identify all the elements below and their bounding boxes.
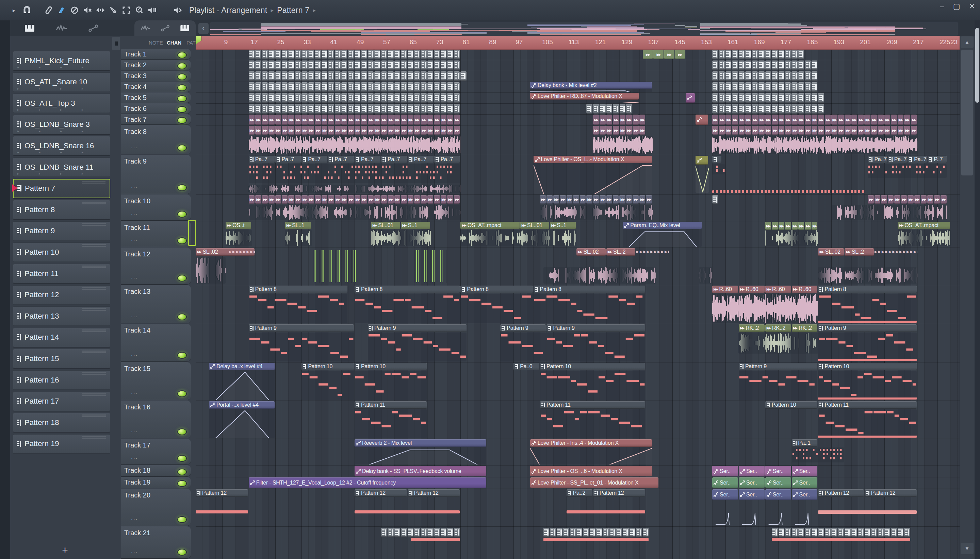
step-cell[interactable] xyxy=(772,93,778,103)
track-activity-led[interactable] xyxy=(177,352,187,359)
track-activity-led[interactable] xyxy=(177,52,187,58)
step-cell[interactable] xyxy=(765,61,771,70)
arrow-cell[interactable]: ▶▶ xyxy=(805,222,811,230)
step-cell[interactable] xyxy=(328,93,334,103)
clip-pattern-11[interactable]: Pattern 11 xyxy=(355,401,427,409)
arrow-cell[interactable]: ▶▶ xyxy=(447,126,453,135)
clip-sl-1[interactable]: ▶▶SL..1 xyxy=(285,222,311,229)
automation-curve-clip[interactable] xyxy=(696,165,709,193)
sidebar-item-os-ldnb-snare-3[interactable]: OS_LDNB_Snare 3▸▸▸▸ xyxy=(13,115,110,134)
arrow-cell[interactable]: ▶▶ xyxy=(851,126,857,135)
step-cell[interactable] xyxy=(739,104,745,114)
arrow-cell[interactable]: ▶▶ xyxy=(851,114,857,125)
pattern-notes-body[interactable] xyxy=(818,332,917,361)
arrow-cell[interactable]: ▶▶ xyxy=(335,126,341,135)
step-cell[interactable] xyxy=(454,71,460,81)
arrow-cell[interactable]: ▶▶ xyxy=(858,126,864,135)
audio-waveform-clip[interactable] xyxy=(699,267,712,284)
audio-waveform-clip[interactable] xyxy=(712,294,818,323)
clip-r-60[interactable]: ▶▶R..60 xyxy=(712,286,738,293)
arrow-cell[interactable]: ▶▶ xyxy=(255,126,261,135)
arrow-cell[interactable]: ▶▶ xyxy=(911,126,917,135)
audio-waveform-clip[interactable] xyxy=(818,267,917,284)
step-cell[interactable] xyxy=(361,82,367,92)
step-cell[interactable] xyxy=(428,528,433,537)
step-cell[interactable] xyxy=(414,104,420,114)
step-cell[interactable] xyxy=(348,93,353,103)
arrow-cell[interactable]: ▶▶ xyxy=(434,195,439,204)
step-cell[interactable] xyxy=(262,71,268,81)
step-cell[interactable] xyxy=(255,104,261,114)
step-cell[interactable] xyxy=(401,93,406,103)
step-cell[interactable] xyxy=(262,61,268,70)
step-cell[interactable] xyxy=(447,93,453,103)
step-cell[interactable] xyxy=(381,61,387,70)
step-cell[interactable] xyxy=(732,61,738,70)
arrow-cell[interactable]: ▶▶ xyxy=(739,114,745,125)
step-cell[interactable] xyxy=(818,528,824,537)
clip-rk-2[interactable]: ▶▶RK..2 xyxy=(739,324,764,332)
step-cell[interactable] xyxy=(805,61,811,70)
step-cell[interactable] xyxy=(269,82,274,92)
step-cell[interactable] xyxy=(623,528,628,537)
sidebar-item-pattern-7[interactable]: Pattern 7 xyxy=(13,179,110,198)
step-cell[interactable] xyxy=(341,104,347,114)
step-cell[interactable] xyxy=(355,71,360,81)
arrow-cell[interactable]: ▶▶ xyxy=(421,114,426,125)
step-cell[interactable] xyxy=(348,50,353,59)
arrow-cell[interactable]: ▶▶ xyxy=(871,114,877,125)
pattern-notes-body[interactable] xyxy=(249,294,347,323)
arrow-cell[interactable]: ▶▶ xyxy=(712,114,718,125)
clip-pattern-9[interactable]: Pattern 9 xyxy=(547,324,645,332)
arrow-cell[interactable]: ▶▶ xyxy=(805,114,811,125)
step-cell[interactable] xyxy=(643,528,648,537)
arrow-cell[interactable]: ▶▶ xyxy=(805,126,811,135)
arrow-cell[interactable]: ▶▶ xyxy=(249,195,255,204)
arrow-cell[interactable]: ▶▶ xyxy=(341,195,347,204)
step-cell[interactable] xyxy=(719,50,725,59)
audio-waveform-clip[interactable] xyxy=(249,205,461,220)
arrow-cell[interactable]: ▶▶ xyxy=(831,114,837,125)
arrow-cell[interactable]: ▶▶ xyxy=(567,195,572,204)
step-cell[interactable] xyxy=(368,61,374,70)
arrow-cell[interactable]: ▶▶ xyxy=(881,195,887,204)
pattern-notes-body[interactable] xyxy=(249,332,354,361)
arrow-cell[interactable]: ▶▶ xyxy=(831,126,837,135)
arrow-cell[interactable]: ▶▶ xyxy=(606,195,612,204)
step-cell[interactable] xyxy=(275,82,281,92)
minimize-button[interactable]: – xyxy=(940,2,944,11)
arrow-cell[interactable]: ▶▶ xyxy=(639,114,645,125)
step-cell[interactable] xyxy=(745,71,751,81)
clip-sl-01[interactable]: ▶▶SL..01 xyxy=(371,222,401,229)
step-cell[interactable] xyxy=(269,104,274,114)
arrow-cell[interactable]: ▶▶ xyxy=(812,126,817,135)
step-cell[interactable] xyxy=(712,61,718,70)
clip-love-philter-os-6-modulation-x[interactable]: Love Philter - OS_..6 - Modulation X xyxy=(530,466,652,476)
track-options-dots[interactable]: ... xyxy=(131,389,138,396)
step-cell[interactable] xyxy=(576,528,582,537)
arrow-cell[interactable]: ▶▶ xyxy=(414,126,420,135)
arrow-cell[interactable]: ▶▶ xyxy=(772,114,778,125)
arrow-cell[interactable]: ▶▶ xyxy=(626,126,632,135)
step-cell[interactable] xyxy=(583,528,589,537)
step-cell[interactable] xyxy=(288,71,294,81)
arrow-cell[interactable]: ▶▶ xyxy=(732,126,738,135)
step-cell[interactable] xyxy=(269,61,274,70)
clip-pattern-9[interactable]: Pattern 9 xyxy=(368,324,466,332)
step-cell[interactable] xyxy=(725,71,731,81)
step-cell[interactable] xyxy=(758,82,764,92)
arrow-cell[interactable]: ▶▶ xyxy=(288,195,294,204)
step-cell[interactable] xyxy=(302,104,307,114)
step-cell[interactable] xyxy=(765,82,771,92)
pattern-notes-body[interactable] xyxy=(739,371,817,400)
pattern-notes-body[interactable] xyxy=(368,332,466,361)
sidebar-item-pmhl-kick-future[interactable]: PMHL_Kick_Future▸▸▸▸ xyxy=(13,51,110,70)
step-clip-row[interactable] xyxy=(712,93,825,103)
arrow-cell[interactable]: ▶▶ xyxy=(898,114,904,125)
arrow-cell[interactable]: ▶▶ xyxy=(633,126,638,135)
arrow-cell[interactable]: ▶▶ xyxy=(639,195,645,204)
arrow-cell[interactable]: ▶▶ xyxy=(904,126,910,135)
arrow-cell[interactable]: ▶▶ xyxy=(639,126,645,135)
clip-filter-shth-127-e-vocal-loop-12-2-cutoff-frequency[interactable]: Filter - SHTH_127_E_Vocal_Loop_12 #2 - C… xyxy=(249,477,487,488)
pattern-notes-body[interactable] xyxy=(818,294,917,323)
